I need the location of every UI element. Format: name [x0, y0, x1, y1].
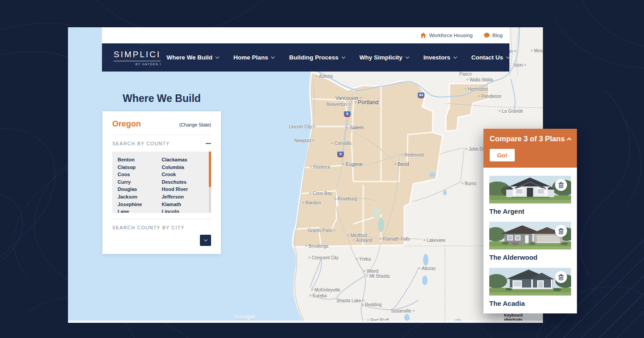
map-label-weed: Weed: [362, 269, 378, 274]
city-dot: [419, 267, 420, 269]
collapse-minus-icon[interactable]: [206, 143, 211, 144]
house-icon: [420, 33, 426, 38]
city-dot: [347, 234, 349, 236]
county-link-douglas[interactable]: Douglas: [118, 186, 162, 193]
city-dot: [331, 142, 333, 144]
interstate-5-shield-icon: 5: [344, 111, 351, 117]
compare-plan-list: The Argent: [483, 168, 577, 313]
city-dot: [310, 166, 312, 168]
compare-plans-panel: Compare 3 of 3 Plans Go!: [483, 129, 577, 313]
workforce-housing-label: Workforce Housing: [429, 33, 473, 38]
map-label-ashland: Ashland: [352, 238, 372, 243]
map-label-eugene: Eugene: [341, 161, 363, 167]
map-label-bend: Bend: [393, 161, 409, 167]
county-link-josephine[interactable]: Josephine: [118, 201, 162, 208]
city-dot: [363, 300, 364, 301]
nav-item-home-plans[interactable]: Home Plans: [233, 54, 274, 61]
nav-item-contact-us[interactable]: Contact Us: [471, 54, 509, 61]
city-dot: [499, 110, 500, 112]
county-link-benton[interactable]: Benton: [118, 156, 162, 164]
city-dot: [353, 239, 355, 241]
city-dot: [401, 154, 403, 156]
nav-item-label: Where We Build: [167, 54, 213, 61]
county-link-lane[interactable]: Lane: [118, 208, 162, 213]
map-label-yreka: Yreka: [355, 257, 371, 262]
nav-item-building-process[interactable]: Building Process: [289, 54, 344, 61]
utility-topbar: Workforce Housing Blog: [102, 27, 509, 43]
city-dot: [362, 304, 364, 305]
remove-plan-button[interactable]: [555, 271, 567, 283]
city-dot: [309, 295, 311, 296]
nav-item-investors[interactable]: Investors: [424, 54, 457, 61]
google-watermark[interactable]: Google: [234, 313, 255, 320]
chevron-down-icon: [453, 55, 457, 58]
remove-plan-button[interactable]: [555, 179, 567, 191]
county-link-clatsop[interactable]: Clatsop: [118, 164, 162, 171]
county-link-crook[interactable]: Crook: [162, 171, 206, 178]
city-dot: [311, 289, 313, 291]
city-dot: [356, 258, 358, 260]
county-link-columbia[interactable]: Columbia: [162, 164, 206, 171]
city-dot: [348, 103, 350, 105]
city-dot: [314, 126, 315, 127]
main-nav-items: Where We BuildHome PlansBuilding Process…: [167, 54, 509, 61]
city-dot: [478, 95, 480, 97]
map-label-grants-pass: Grants Pass: [308, 228, 337, 233]
interstate-84-shield-icon: 84: [418, 93, 424, 98]
scrollbar-thumb[interactable]: [209, 152, 211, 187]
map-label-lincoln-city: Lincoln City: [289, 124, 317, 129]
chevron-down-icon: [271, 55, 275, 58]
county-link-clackamas[interactable]: Clackamas: [162, 156, 206, 164]
map-label-alturas: Alturas: [417, 266, 436, 271]
county-link-jefferson[interactable]: Jefferson: [162, 193, 206, 201]
map-label-iston: iston: [513, 63, 527, 68]
simplicity-logo[interactable]: SIMPLICITY BY HAYDEN HOMES: [102, 43, 161, 72]
map-label-bandon: Bandon: [301, 200, 321, 205]
city-dot: [312, 139, 314, 141]
brand-tagline: BY HAYDEN HOMES: [114, 63, 161, 66]
selected-state[interactable]: Oregon: [112, 119, 141, 129]
county-link-curry[interactable]: Curry: [118, 178, 162, 186]
plan-name[interactable]: The Alderwood: [489, 254, 571, 261]
plan-name[interactable]: The Acadia: [489, 300, 571, 307]
county-link-deschutes[interactable]: Deschutes: [162, 178, 206, 186]
compare-panel-header[interactable]: Compare 3 of 3 Plans Go!: [483, 129, 577, 168]
county-link-coos[interactable]: Coos: [118, 171, 162, 178]
remove-plan-button[interactable]: [555, 225, 567, 237]
go-button[interactable]: Go!: [490, 149, 515, 161]
nav-item-label: Home Plans: [233, 54, 268, 61]
compare-title: Compare 3 of 3 Plans: [490, 135, 565, 143]
map-label-salem: Salem: [345, 125, 364, 130]
city-dot: [394, 163, 396, 165]
map-label-la-grande: La Grande: [497, 109, 523, 114]
plan-name[interactable]: The Argent: [489, 207, 571, 215]
page-title: Where We Build: [109, 93, 214, 105]
map-label-redding: Redding: [360, 302, 381, 307]
county-link-lincoln[interactable]: Lincoln: [162, 208, 206, 213]
keyboard-shortcuts-strip: Keyboard shortcuts: [504, 314, 543, 321]
map-label-astoria: Astoria: [314, 74, 333, 79]
county-scrollbar[interactable]: [209, 152, 211, 213]
website-screenshot: AstoriaVancouverPortlandBeavertonPascoWa…: [68, 27, 543, 323]
map-label-florence: Florence: [309, 165, 330, 169]
city-dropdown-button[interactable]: [200, 235, 211, 246]
map-label-klamath-falls: Klamath Falls: [378, 237, 410, 241]
blog-label: Blog: [492, 33, 503, 38]
map-label-portland: Portland: [353, 99, 379, 106]
map-label-burns: Burns: [460, 181, 476, 186]
city-dot: [334, 229, 335, 231]
search-by-county-label: SEARCH BY COUNTY: [112, 141, 170, 146]
workforce-housing-link[interactable]: Workforce Housing: [420, 33, 473, 38]
county-link-klamath[interactable]: Klamath: [162, 201, 206, 208]
blog-link[interactable]: Blog: [484, 33, 503, 38]
change-state-link[interactable]: (Change State): [179, 122, 211, 127]
county-link-hood-river[interactable]: Hood River: [162, 186, 206, 193]
county-column-1: BentonClatsopCoosCurryDouglasJacksonJose…: [118, 156, 162, 208]
county-link-jackson[interactable]: Jackson: [118, 193, 162, 201]
city-dot: [514, 50, 516, 52]
county-list: BentonClatsopCoosCurryDouglasJacksonJose…: [112, 152, 211, 213]
interstate-5-shield-icon: 5: [337, 152, 344, 157]
nav-item-why-simplicity[interactable]: Why Simplicity: [360, 54, 409, 61]
nav-item-where-we-build[interactable]: Where We Build: [167, 54, 219, 61]
city-dot: [343, 163, 344, 165]
